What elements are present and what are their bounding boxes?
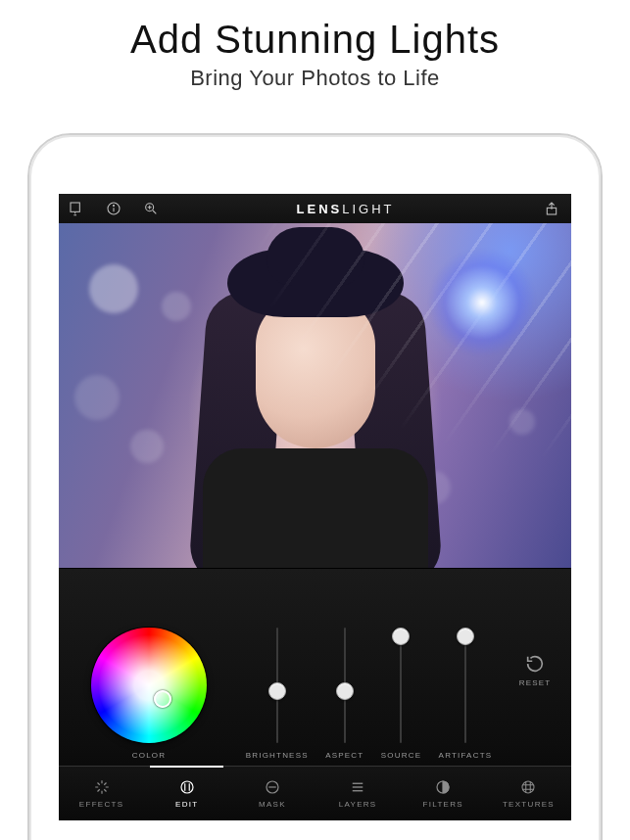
mask-icon xyxy=(264,778,281,796)
artifacts-label: ARTIFACTS xyxy=(439,751,493,760)
top-bar: LENSLIGHT xyxy=(59,194,571,223)
artifacts-slider[interactable] xyxy=(464,628,466,743)
tab-textures[interactable]: TEXTURES xyxy=(486,767,571,820)
color-label: COLOR xyxy=(71,751,227,760)
reset-icon xyxy=(524,653,546,675)
tab-edit[interactable]: EDIT xyxy=(144,767,229,820)
app-title-bold: LENS xyxy=(297,202,343,216)
import-icon[interactable] xyxy=(69,201,84,216)
reset-button[interactable]: RESET xyxy=(510,653,559,689)
info-icon[interactable] xyxy=(106,201,121,216)
tab-effects[interactable]: EFFECTS xyxy=(59,767,144,820)
brightness-label: BRIGHTNESS xyxy=(246,751,309,760)
lens-flare-effect xyxy=(423,244,541,361)
svg-line-5 xyxy=(153,210,156,213)
tab-filters-label: FILTERS xyxy=(423,800,463,809)
color-wheel-cursor[interactable] xyxy=(154,690,171,708)
reset-label: RESET xyxy=(510,678,559,687)
color-wheel[interactable] xyxy=(91,628,207,743)
app-title-light: LIGHT xyxy=(342,202,394,216)
artifacts-slider-thumb[interactable] xyxy=(457,628,474,645)
source-slider-thumb[interactable] xyxy=(392,628,410,645)
sliders-icon xyxy=(178,778,196,796)
tab-layers[interactable]: LAYERS xyxy=(315,767,401,820)
svg-point-9 xyxy=(181,781,193,793)
grid-icon xyxy=(519,778,537,796)
promo-title: Add Stunning Lights xyxy=(0,18,630,62)
layers-icon xyxy=(349,778,366,796)
app-screen: LENSLIGHT xyxy=(59,194,571,820)
aspect-slider[interactable] xyxy=(344,628,346,743)
zoom-icon[interactable] xyxy=(143,201,159,216)
promo-subtitle: Bring Your Photos to Life xyxy=(0,66,630,91)
image-canvas[interactable] xyxy=(59,223,571,568)
aspect-label: ASPECT xyxy=(325,751,363,760)
device-frame: LENSLIGHT xyxy=(27,133,603,840)
bottom-tab-bar: EFFECTS EDIT MASK LAYERS xyxy=(59,766,571,820)
tab-edit-label: EDIT xyxy=(175,800,198,809)
svg-point-3 xyxy=(113,205,114,206)
brightness-slider[interactable] xyxy=(276,628,278,743)
app-title: LENSLIGHT xyxy=(159,202,532,216)
share-icon[interactable] xyxy=(544,201,559,216)
aspect-slider-thumb[interactable] xyxy=(336,682,354,700)
tab-mask-label: MASK xyxy=(259,800,286,809)
edit-panel: COLOR BRIGHTNESS xyxy=(59,568,571,820)
sparkle-icon xyxy=(93,778,111,796)
source-label: SOURCE xyxy=(381,751,421,760)
source-slider[interactable] xyxy=(400,628,402,743)
tab-effects-label: EFFECTS xyxy=(79,800,124,809)
tab-layers-label: LAYERS xyxy=(339,800,377,809)
tab-filters[interactable]: FILTERS xyxy=(401,767,486,820)
tab-mask[interactable]: MASK xyxy=(229,767,315,820)
tab-textures-label: TEXTURES xyxy=(503,800,555,809)
svg-rect-0 xyxy=(71,203,79,211)
svg-point-18 xyxy=(522,781,534,793)
brightness-slider-thumb[interactable] xyxy=(268,682,286,700)
contrast-icon xyxy=(434,778,452,796)
